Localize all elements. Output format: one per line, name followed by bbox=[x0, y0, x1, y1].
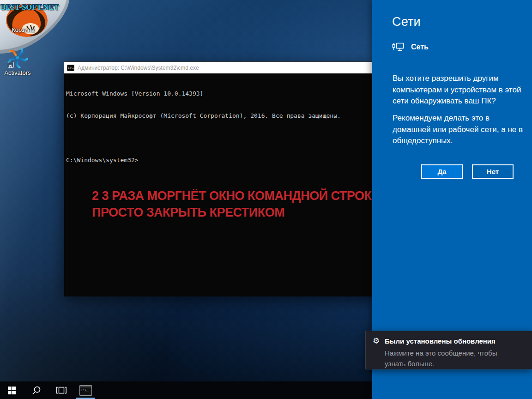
console-line-copyright: (c) Корпорация Майкрософт (Microsoft Cor… bbox=[66, 112, 378, 120]
yes-button[interactable]: Да bbox=[421, 164, 463, 179]
flyout-question-text: Вы хотите разрешить другим компьютерам и… bbox=[393, 73, 527, 107]
start-button[interactable] bbox=[1, 381, 22, 399]
search-icon bbox=[32, 386, 41, 395]
annotation-text: 2 3 РАЗА МОРГНЁТ ОКНО КОМАНДНОЙ СТРОКИ П… bbox=[92, 187, 378, 221]
shortcut-arrow-icon bbox=[8, 62, 14, 68]
cmd-window-title: Администратор: C:\Windows\System32\cmd.e… bbox=[78, 65, 199, 71]
no-button[interactable]: Нет bbox=[472, 164, 514, 179]
activators-star-icon bbox=[7, 46, 28, 68]
taskbar-search-button[interactable] bbox=[26, 381, 47, 399]
update-toast-notification[interactable]: ⚙ Были установлены обновления Нажмите на… bbox=[365, 331, 532, 369]
desktop-icon-recycle-bin[interactable]: Корзина bbox=[6, 25, 41, 33]
flyout-recommendation-text: Рекомендуем делать это в домашней или ра… bbox=[393, 113, 527, 147]
recycle-bin-label: Корзина bbox=[6, 26, 41, 33]
console-line-blank bbox=[66, 134, 378, 142]
toast-body: Нажмите на это сообщение, чтобы узнать б… bbox=[385, 348, 504, 369]
watermark-text: BEST-SOFT.NET bbox=[0, 3, 61, 12]
annotation-line-1: 2 3 РАЗА МОРГНЁТ ОКНО КОМАНДНОЙ СТРОКИ bbox=[92, 187, 378, 204]
task-view-icon bbox=[56, 387, 66, 394]
task-view-button[interactable] bbox=[51, 381, 72, 399]
cmd-taskbar-icon: C:\_ bbox=[79, 385, 92, 396]
network-name: Сеть bbox=[411, 43, 429, 51]
windows-logo-icon bbox=[8, 387, 16, 394]
annotation-line-2: ПРОСТО ЗАКРЫТЬ КРЕСТИКОМ bbox=[92, 204, 378, 221]
toast-title: Были установлены обновления bbox=[385, 337, 496, 345]
cmd-titlebar[interactable]: C:\. Администратор: C:\Windows\System32\… bbox=[64, 62, 378, 73]
cmd-console[interactable]: Microsoft Windows [Version 10.0.14393] (… bbox=[64, 73, 378, 296]
taskbar-cmd-button[interactable]: C:\_ bbox=[75, 381, 96, 399]
cmd-window-icon: C:\. bbox=[67, 65, 74, 71]
gear-icon: ⚙ bbox=[373, 336, 380, 345]
ethernet-network-icon bbox=[392, 42, 404, 53]
desktop-icon-activators[interactable]: Activators bbox=[0, 46, 35, 76]
desktop-wallpaper: BEST-SOFT.NET Корзина bbox=[0, 0, 532, 399]
activators-label: Activators bbox=[0, 69, 35, 76]
console-prompt: C:\Windows\system32> bbox=[66, 157, 378, 164]
flyout-title: Сети bbox=[392, 15, 421, 29]
cmd-taskbar-icon-glyph: C:\_ bbox=[81, 388, 89, 392]
console-line-version: Microsoft Windows [Version 10.0.14393] bbox=[66, 90, 378, 97]
cmd-window[interactable]: C:\. Администратор: C:\Windows\System32\… bbox=[64, 61, 379, 296]
network-list-item[interactable]: Сеть bbox=[392, 42, 429, 53]
